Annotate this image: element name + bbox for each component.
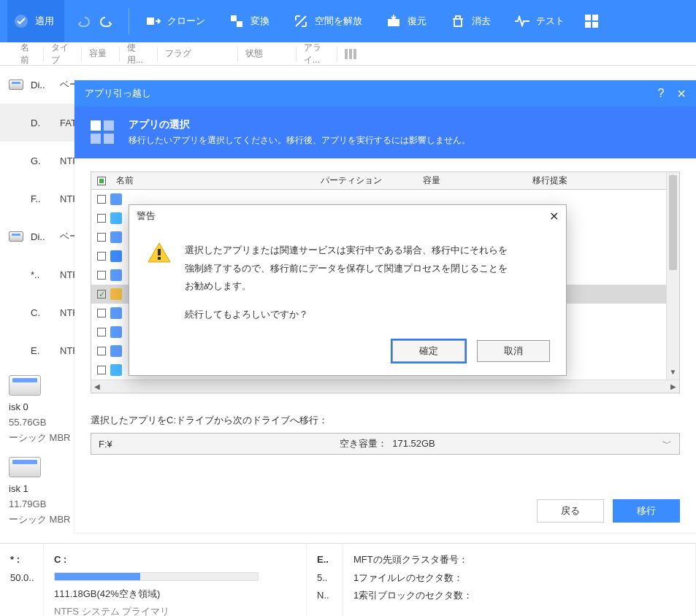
close-button[interactable]: ×: [677, 85, 686, 102]
destination-label: 選択したアプリをC:ドライブから次のドライブへ移行：: [91, 414, 680, 427]
main-toolbar: 適用 クローン 変換 空間を解放 復元 消去 テスト: [0, 0, 696, 42]
th-suggest[interactable]: 移行提案: [527, 174, 679, 187]
row-checkbox[interactable]: [97, 214, 106, 223]
hdd-icon: [9, 375, 41, 396]
dialog-close-button[interactable]: ✕: [549, 209, 559, 223]
svg-rect-14: [91, 134, 101, 144]
clone-icon: [145, 13, 161, 29]
convert-icon: [229, 13, 245, 29]
disk-label: Di..: [31, 80, 53, 91]
grid-icon: [584, 13, 600, 29]
app-icon: [110, 307, 122, 319]
col-align[interactable]: アライ...: [297, 47, 337, 61]
modal-title: アプリ引っ越し: [85, 87, 151, 100]
hdd-icon: [9, 457, 41, 477]
svg-rect-4: [388, 19, 399, 26]
app-icon: [110, 345, 122, 357]
columns-settings-button[interactable]: [342, 45, 359, 63]
drive-size: 111.18GB(42%空き領域): [54, 585, 296, 604]
row-checkbox[interactable]: [97, 328, 106, 336]
scroll-thumb[interactable]: [669, 175, 677, 270]
row-checkbox[interactable]: [97, 252, 106, 261]
col-used[interactable]: 使用...: [120, 47, 158, 61]
horizontal-scrollbar[interactable]: ◀ ▶: [91, 380, 679, 393]
scroll-down-icon[interactable]: ▼: [667, 368, 679, 380]
disk-label: Di..: [31, 231, 53, 242]
app-icon: [110, 326, 122, 338]
app-icon: [110, 193, 122, 205]
app-icon: [110, 250, 122, 262]
disk-label: F..: [31, 193, 53, 204]
restore-button[interactable]: 復元: [375, 0, 437, 42]
free-space-label: 空間を解放: [315, 15, 362, 28]
sectors-per-file-label: 1ファイルレのセクタ数：: [353, 569, 685, 588]
usage-bar: [54, 572, 259, 581]
row-checkbox[interactable]: [97, 271, 106, 280]
free-space-button[interactable]: 空間を解放: [283, 0, 372, 42]
col-type[interactable]: タイプ: [44, 47, 82, 61]
modal-banner: アプリの選択 移行したいアプリを選択してください。移行後、アプリを実行するには影…: [74, 107, 696, 158]
destination-drive: F:¥: [99, 439, 112, 450]
erase-label: 消去: [472, 15, 491, 28]
row-checkbox[interactable]: [97, 233, 106, 242]
svg-rect-5: [585, 15, 591, 20]
pulse-icon: [514, 13, 530, 29]
drive-label: E..: [317, 551, 332, 569]
row-checkbox[interactable]: [97, 347, 106, 355]
chevron-down-icon: ﹀: [662, 437, 672, 450]
drive-fs: NTFS システム プライマリ: [54, 603, 296, 616]
destination-select[interactable]: F:¥ 空き容量： 171.52GB ﹀: [91, 433, 680, 455]
th-partition[interactable]: パーティション: [315, 174, 417, 187]
back-button[interactable]: 戻る: [537, 499, 604, 523]
app-icon: [110, 212, 122, 224]
convert-button[interactable]: 変換: [218, 0, 280, 42]
undo-button[interactable]: [73, 11, 93, 31]
test-button[interactable]: テスト: [504, 0, 575, 42]
redo-button[interactable]: [96, 11, 117, 31]
col-capacity[interactable]: 容量: [82, 47, 120, 61]
th-name[interactable]: 名前: [110, 174, 315, 187]
erase-icon: [450, 13, 466, 29]
drive-label: * :: [10, 551, 33, 569]
row-checkbox[interactable]: [97, 366, 106, 374]
svg-rect-17: [158, 257, 161, 260]
cancel-button[interactable]: 取消: [477, 340, 550, 362]
grid-view-button[interactable]: [578, 0, 605, 42]
modal-footer: 戻る 移行: [74, 489, 696, 533]
sectors-per-index-label: 1索引ブロックのセクタ数：: [353, 587, 685, 605]
col-flags[interactable]: フラグ: [158, 47, 238, 61]
banner-subtitle: 移行したいアプリを選択してください。移行後、アプリを実行するには影響しません。: [129, 134, 470, 147]
ok-button[interactable]: 確定: [392, 340, 465, 362]
scroll-left-icon[interactable]: ◀: [94, 382, 100, 390]
erase-button[interactable]: 消去: [440, 0, 501, 42]
dialog-header: 警告 ✕: [129, 205, 566, 227]
restore-icon: [386, 13, 402, 29]
migrate-button[interactable]: 移行: [613, 499, 680, 523]
check-icon: [13, 13, 29, 29]
svg-rect-1: [147, 18, 154, 25]
disk-label: E.: [31, 345, 53, 356]
apply-label: 適用: [35, 15, 54, 28]
help-button[interactable]: ?: [657, 87, 664, 100]
toolbar-separator: [129, 8, 129, 34]
row-checkbox[interactable]: [97, 290, 106, 299]
row-checkbox[interactable]: [97, 309, 106, 317]
dialog-title: 警告: [137, 209, 156, 223]
col-name[interactable]: 名前: [13, 47, 44, 61]
col-state[interactable]: 状態: [238, 47, 297, 61]
app-icon: [110, 231, 122, 243]
clone-button[interactable]: クローン: [135, 0, 215, 42]
row-checkbox[interactable]: [97, 195, 106, 204]
convert-label: 変換: [251, 15, 269, 28]
svg-rect-8: [592, 22, 598, 28]
warning-icon: [147, 242, 172, 263]
apply-button[interactable]: 適用: [7, 0, 64, 42]
app-table-header: 名前 パーティション 容量 移行提案: [91, 172, 679, 190]
select-all-checkbox[interactable]: [97, 177, 106, 185]
apps-icon: [89, 119, 117, 147]
svg-rect-11: [353, 49, 356, 59]
scroll-right-icon[interactable]: ▶: [670, 382, 676, 390]
vertical-scrollbar[interactable]: ▲ ▼: [666, 172, 679, 380]
th-capacity[interactable]: 容量: [417, 174, 527, 187]
svg-rect-10: [349, 49, 352, 59]
